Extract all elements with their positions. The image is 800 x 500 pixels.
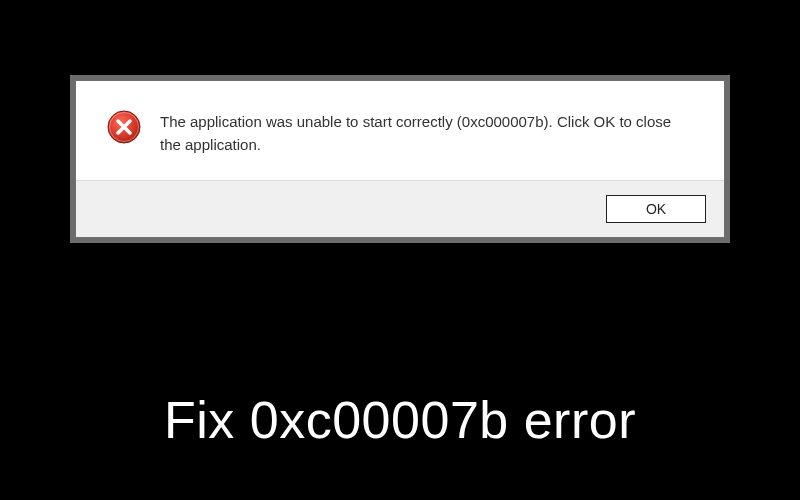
error-dialog: The application was unable to start corr… [75, 80, 725, 238]
error-icon [106, 109, 142, 149]
ok-button[interactable]: OK [606, 195, 706, 223]
dialog-footer: OK [76, 180, 724, 237]
caption-text: Fix 0xc00007b error [0, 390, 800, 450]
dialog-body: The application was unable to start corr… [76, 81, 724, 180]
error-message: The application was unable to start corr… [160, 109, 694, 156]
